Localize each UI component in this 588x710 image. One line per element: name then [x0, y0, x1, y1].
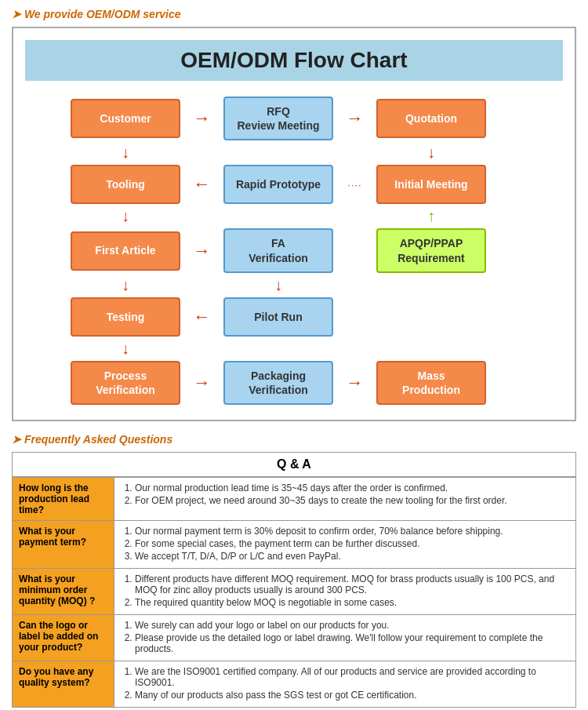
qa-row-1: What is your payment term?Our normal pay…	[13, 521, 576, 569]
down-row-1: ↓ ↓	[63, 144, 525, 162]
quotation-cell: Quotation	[368, 99, 494, 138]
qa-answer-0: Our normal production lead time is 35~45…	[114, 478, 576, 521]
qa-title: Q & A	[12, 452, 576, 477]
pilot-run-cell: Pilot Run	[216, 297, 341, 337]
qa-row-4: Do you have any quality system?We are th…	[13, 661, 576, 708]
qa-answer-item: We surely can add your logo or label on …	[135, 620, 569, 631]
qa-answer-item: For OEM project, we need around 30~35 da…	[135, 495, 569, 506]
packaging-verification-cell: PackagingVerification	[216, 361, 341, 405]
qa-answer-item: Different products have different MOQ re…	[135, 573, 569, 595]
arrow-1: →	[188, 108, 216, 129]
arrow-8: →	[188, 373, 216, 393]
packaging-verification-box: PackagingVerification	[223, 361, 333, 405]
apqp-cell: APQP/PPAPRequirement	[368, 228, 494, 272]
page: We provide OEM/ODM service OEM/ODM Flow …	[0, 0, 588, 710]
first-article-cell: First Article	[63, 231, 188, 271]
qa-question-1: What is your payment term?	[13, 521, 114, 569]
qa-question-3: Can the logo or label be added on your p…	[13, 615, 114, 661]
down-10: ↓	[63, 340, 188, 358]
apqp-box: APQP/PPAPRequirement	[376, 228, 486, 272]
customer-box: Customer	[71, 99, 180, 138]
arrow-2: →	[341, 108, 368, 129]
testing-cell: Testing	[63, 297, 188, 337]
initial-meeting-box: Initial Meeting	[376, 165, 486, 204]
flow-row-1: Customer → RFQReview Meeting → Quotation	[63, 96, 525, 140]
flow-row-5: ProcessVerification → PackagingVerificat…	[63, 361, 525, 405]
qa-question-0: How long is the production lead time?	[13, 478, 114, 521]
customer-cell: Customer	[63, 99, 188, 138]
process-verification-cell: ProcessVerification	[63, 361, 188, 405]
qa-answer-item: Many of our products also pass the SGS t…	[135, 690, 569, 701]
qa-answer-3: We surely can add your logo or label on …	[114, 615, 576, 661]
qa-section: Q & A How long is the production lead ti…	[12, 452, 576, 708]
down-row-2: ↓ ↑	[63, 207, 525, 225]
qa-answer-item: Our normal production lead time is 35~45…	[135, 482, 569, 493]
qa-answer-4: We are the ISO9001 certified company. Al…	[114, 661, 576, 708]
flowchart-title: OEM/ODM Flow Chart	[25, 40, 563, 81]
qa-answer-2: Different products have different MOQ re…	[114, 569, 576, 615]
down-9	[368, 276, 494, 294]
down-8: ↓	[216, 276, 341, 294]
qa-row-3: Can the logo or label be added on your p…	[13, 615, 576, 661]
qa-answer-item: We accept T/T, D/A, D/P or L/C and even …	[135, 551, 569, 562]
down-4: ↓	[63, 207, 188, 225]
flow-row-2: Tooling ← Rapid Prototype ···· Initial M…	[63, 165, 525, 204]
mass-production-box: MassProduction	[376, 361, 486, 405]
down-2	[216, 144, 341, 162]
mass-production-cell: MassProduction	[368, 361, 494, 405]
down-1: ↓	[63, 144, 188, 162]
flow-table: Customer → RFQReview Meeting → Quotation	[63, 96, 525, 405]
qa-answer-item: Our normal payment term is 30% deposit t…	[135, 526, 569, 537]
rfq-cell: RFQReview Meeting	[216, 96, 341, 140]
quotation-box: Quotation	[376, 99, 486, 138]
flowchart-container: OEM/ODM Flow Chart Customer → RFQReview …	[12, 27, 576, 421]
down-7: ↓	[63, 276, 188, 294]
qa-row-0: How long is the production lead time?Our…	[13, 478, 576, 521]
arrow-7: ←	[188, 307, 216, 327]
fa-verification-cell: FAVerification	[216, 228, 341, 272]
testing-box: Testing	[71, 297, 180, 337]
down-3: ↓	[368, 144, 494, 162]
qa-answer-1: Our normal payment term is 30% deposit t…	[114, 521, 576, 569]
arrow-9: →	[341, 373, 368, 393]
initial-meeting-cell: Initial Meeting	[368, 165, 494, 204]
tooling-cell: Tooling	[63, 165, 188, 204]
qa-answer-item: We are the ISO9001 certified company. Al…	[135, 666, 569, 688]
pilot-run-box: Pilot Run	[223, 297, 333, 337]
qa-table: How long is the production lead time?Our…	[12, 477, 576, 708]
qa-question-2: What is your minimum order quantity (MOQ…	[13, 569, 114, 615]
qa-row-2: What is your minimum order quantity (MOQ…	[13, 569, 576, 615]
down-6: ↑	[368, 207, 494, 225]
process-verification-box: ProcessVerification	[71, 361, 180, 405]
oem-header: We provide OEM/ODM service	[12, 8, 576, 20]
down-11	[216, 340, 341, 358]
arrow-5: →	[188, 241, 216, 261]
down-5	[216, 207, 341, 225]
fa-verification-box: FAVerification	[223, 228, 333, 272]
faq-header: Frequently Asked Questions	[12, 433, 576, 446]
down-12	[368, 340, 494, 358]
down-row-3: ↓ ↓	[63, 276, 525, 294]
qa-answer-item: The required quantity below MOQ is negot…	[135, 597, 569, 608]
flow-row-3: First Article → FAVerification APQP/PPAP…	[63, 228, 525, 272]
rapid-prototype-box: Rapid Prototype	[223, 165, 333, 204]
arrow-4-dotted: ····	[341, 179, 368, 191]
rfq-box: RFQReview Meeting	[223, 96, 333, 140]
rapid-prototype-cell: Rapid Prototype	[216, 165, 341, 204]
qa-answer-item: For some special cases, the payment term…	[135, 538, 569, 549]
arrow-3: ←	[188, 174, 216, 195]
tooling-box: Tooling	[71, 165, 180, 204]
qa-question-4: Do you have any quality system?	[13, 661, 114, 708]
flow-row-4: Testing ← Pilot Run	[63, 297, 525, 337]
down-row-4: ↓	[63, 340, 525, 358]
first-article-box: First Article	[71, 231, 180, 271]
qa-answer-item: Please provide us the detailed logo or l…	[135, 632, 569, 654]
